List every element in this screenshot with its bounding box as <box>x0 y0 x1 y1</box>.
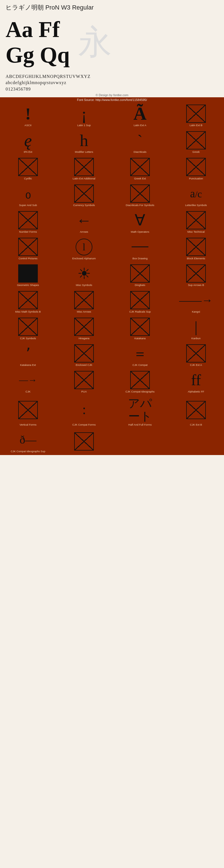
cell-label-10: Greek Ext <box>134 177 146 180</box>
font-title: ヒラギノ明朝 ProN W3 Regular <box>6 3 218 12</box>
cell-label-47: CJK Ext B <box>190 423 202 426</box>
grid-cell-17: ←Arrows <box>56 209 112 236</box>
grid-cell-23: Block Elements <box>168 236 224 262</box>
grid-cell-25: ☀Misc Symbols <box>56 262 112 289</box>
grid-cell-1: ¡Latin 1 Sup <box>56 102 112 129</box>
copyright-bar: © Design by fontke.com <box>0 93 224 97</box>
uppercase-line: ABCDEFGHIJKLMNOPQRSTUVWXYZ <box>6 73 218 80</box>
grid-cell-13: Currency Symbols <box>56 182 112 209</box>
cell-symbol-xbox <box>169 397 223 423</box>
grid-cell-19: Misc Technical <box>168 209 224 236</box>
cell-symbol-arrow-dash: —→ <box>1 370 55 390</box>
grid-cell-31: ——→Kangxi <box>168 289 224 315</box>
grid-cell-26: Dingbats <box>112 262 168 289</box>
grid-cell-45: ：CJK Compat Forms <box>56 395 112 428</box>
grid-cell-44: Vertical Forms <box>0 395 56 428</box>
cell-label-31: Kangxi <box>192 310 200 313</box>
grid-cell-46: アパートHalf And Full Forms <box>112 395 168 428</box>
cell-label-3: Latin Ext B <box>190 124 202 127</box>
cell-symbol-e-hook: ę <box>1 131 55 150</box>
cell-label-2: Latin Ext A <box>134 124 146 127</box>
grid-cell-20: Control Pictures <box>0 236 56 262</box>
cell-symbol-xbox <box>113 317 167 337</box>
preview-row-1: Aa Ff <box>6 17 70 42</box>
cell-label-23: Block Elements <box>187 257 205 260</box>
lowercase-line: abcdefghijklmnopqrstuvwxyz <box>6 80 218 86</box>
grid-cell-11: Punctuation <box>168 156 224 182</box>
cell-label-46: Half And Full Forms <box>128 423 151 426</box>
header: ヒラギノ明朝 ProN W3 Regular Aa Ff Gg Qq 永 ABC… <box>0 0 224 102</box>
cell-symbol-xbox <box>113 184 167 204</box>
grid-cell-15: a/cLetterlike Symbols <box>168 182 224 209</box>
grid-cell-33: Hiragana <box>56 315 112 342</box>
cell-symbol-xbox <box>169 131 223 150</box>
grid-cell-9: Latin Ext Additional <box>56 156 112 182</box>
grid-cell-48: ð—CJK Compat Ideographs Sup <box>0 428 56 455</box>
cell-symbol-xbox <box>57 317 111 337</box>
source-bar: Font Source: http://www.fontke.com/font/… <box>0 97 224 102</box>
grid-cell-10: Greek Ext <box>112 156 168 182</box>
grid-cell-34: Katakana <box>112 315 168 342</box>
cell-label-42: CJK Compat Ideographs <box>125 390 155 393</box>
cell-symbol-xbox <box>113 290 167 310</box>
cell-symbol-0o: ₀ <box>1 184 55 204</box>
cell-label-6: Diacriticals <box>134 150 146 153</box>
preview-chars: Aa Ff Gg Qq <box>6 17 70 68</box>
cell-symbol-xbox <box>57 157 111 177</box>
cell-symbol-xbox <box>113 264 167 283</box>
cell-symbol-h: h <box>57 131 111 150</box>
preview-char-aa: Aa <box>6 17 33 42</box>
cell-label-16: Number Forms <box>19 230 37 233</box>
cell-label-17: Arrows <box>80 230 88 233</box>
grid-cell-16: Number Forms <box>0 209 56 236</box>
cell-label-19: Misc Technical <box>187 230 205 233</box>
grid-cell-37: Enclosed CJK <box>56 342 112 369</box>
grid-cell-43: ffAlphabetic FF <box>168 369 224 395</box>
grid-cell-42: CJK Compat Ideographs <box>112 369 168 395</box>
cell-label-25: Misc Symbols <box>76 283 92 286</box>
cell-symbol-xbox <box>169 237 223 257</box>
cell-label-5: Modifier Letters <box>75 150 93 153</box>
cell-symbol-vline: | <box>169 317 223 337</box>
cell-symbol-xbox <box>113 370 167 390</box>
cell-symbol-hook-small: ʼ <box>1 344 55 363</box>
cell-symbol-forall: ∀ <box>113 211 167 230</box>
cell-symbol-xbox <box>57 370 111 390</box>
cell-symbol-xbox <box>169 264 223 283</box>
cell-symbol-black-square <box>1 264 55 283</box>
grid-cell-39: CJK Ext A <box>168 342 224 369</box>
cell-symbol-equals: ＝ <box>113 344 167 363</box>
grid-cell-38: ＝CJK Compat <box>112 342 168 369</box>
preview-char-gg: Gg <box>6 42 34 68</box>
kanji-preview: 永 <box>78 26 112 59</box>
grid-cell-49 <box>56 428 112 455</box>
cell-symbol-xbox <box>169 344 223 363</box>
grid-cell-8: Cyrillic <box>0 156 56 182</box>
cell-label-32: CJK Symbols <box>20 337 36 340</box>
grid-cell-36: ʼKatakana Ext <box>0 342 56 369</box>
cell-label-14: Diacriticals For Symbols <box>126 204 154 207</box>
cell-label-11: Punctuation <box>189 177 203 180</box>
cell-symbol-backtick: ` <box>113 131 167 150</box>
cell-label-8: Cyrillic <box>24 177 32 180</box>
cell-label-18: Math Operators <box>131 230 149 233</box>
cell-symbol-exclaim: ! <box>1 104 55 124</box>
cell-label-7: Greek <box>192 150 200 153</box>
cell-label-28: Misc Math Symbols B <box>15 310 41 313</box>
preview-char-ff: Ff <box>39 17 60 42</box>
grid-cell-35: |Kanbun <box>168 315 224 342</box>
grid-cell-32: CJK Symbols <box>0 315 56 342</box>
grid-cell-27: Sup Arrows B <box>168 262 224 289</box>
cell-symbol-inv-exclaim: ¡ <box>57 104 111 124</box>
cell-symbol-xbox <box>1 211 55 230</box>
cell-symbol-xbox <box>169 211 223 230</box>
grid-cell-41: PUA <box>56 369 112 395</box>
cell-symbol-ac: a/c <box>169 184 223 204</box>
cell-symbol-xbox <box>1 290 55 310</box>
cell-symbol-eth-hyphen: ð— <box>1 430 55 450</box>
cell-label-29: Misc Arrows <box>77 310 91 313</box>
cell-symbol-xbox <box>169 104 223 124</box>
cell-symbol-xbox <box>1 157 55 177</box>
grid-cell-28: Misc Math Symbols B <box>0 289 56 315</box>
grid-cell-7: Greek <box>168 129 224 156</box>
